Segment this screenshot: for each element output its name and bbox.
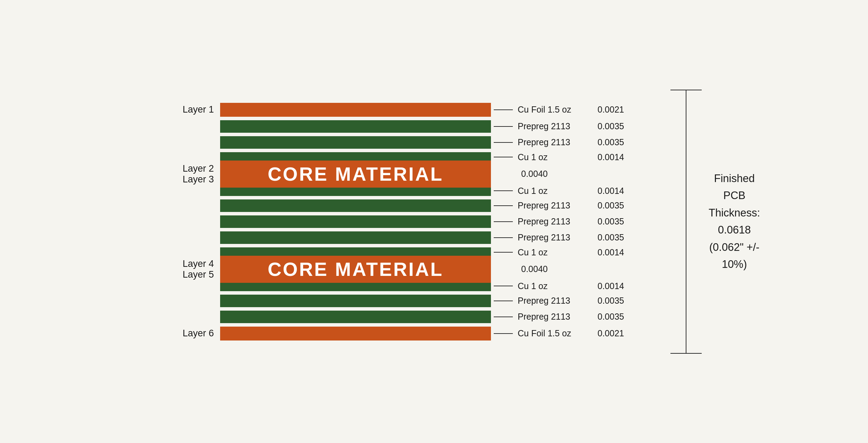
pcb-diagram: Layer 1 Cu Foil 1.5 oz 0.0021 Pr xyxy=(166,90,702,354)
core-1-ann-top-line xyxy=(494,157,513,157)
prepreg-2-value: 0.0035 xyxy=(598,137,629,147)
core-1-layer2-label: Layer 2 xyxy=(183,163,214,174)
layer-6-label: Layer 6 xyxy=(166,328,220,339)
layers-section: Layer 1 Cu Foil 1.5 oz 0.0021 Pr xyxy=(166,90,629,354)
prepreg-2-bar xyxy=(220,136,491,149)
prepreg-4-value: 0.0035 xyxy=(598,216,629,227)
layer-1-bar xyxy=(220,103,491,117)
core-2-block: CORE MATERIAL xyxy=(220,247,491,291)
prepreg-2-ann-line xyxy=(494,142,513,143)
prepreg-1-ann: Prepreg 2113 0.0035 xyxy=(494,121,629,131)
core-2-value-mid: 0.0040 xyxy=(521,264,552,274)
prepreg-1-bar-fill xyxy=(220,120,491,133)
layer-1-label: Layer 1 xyxy=(166,104,220,115)
core-1-value-mid: 0.0040 xyxy=(521,169,552,179)
dimension-section: Finished PCB Thickness: 0.0618 (0.062" +… xyxy=(670,90,702,354)
prepreg-3-ann: Prepreg 2113 0.0035 xyxy=(494,200,629,211)
core-2-label: Layer 4 Layer 5 xyxy=(166,247,220,291)
prepreg-5-row: Prepreg 2113 0.0035 xyxy=(166,231,629,244)
dimension-bottom-line xyxy=(670,353,702,354)
core-1-layer3-label: Layer 3 xyxy=(183,174,214,185)
core-1-annotation: Cu 1 oz 0.0014 0.0040 Cu 1 oz 0.0014 xyxy=(494,152,629,196)
prepreg-5-bar xyxy=(220,231,491,244)
core-1-ann-mid: 0.0040 xyxy=(494,169,629,179)
prepreg-4-row: Prepreg 2113 0.0035 xyxy=(166,215,629,228)
prepreg-3-material: Prepreg 2113 xyxy=(518,200,594,211)
prepreg-7-bar-fill xyxy=(220,311,491,323)
prepreg-1-row: Prepreg 2113 0.0035 xyxy=(166,120,629,133)
core-1-ann-top: Cu 1 oz 0.0014 xyxy=(494,152,629,162)
core-2-layer5-label: Layer 5 xyxy=(183,269,214,280)
core-1-stripe-top xyxy=(220,152,491,161)
prepreg-7-ann: Prepreg 2113 0.0035 xyxy=(494,312,629,322)
core-1-material-top: Cu 1 oz xyxy=(518,152,594,162)
prepreg-1-value: 0.0035 xyxy=(598,121,629,131)
prepreg-3-value: 0.0035 xyxy=(598,200,629,211)
prepreg-6-material: Prepreg 2113 xyxy=(518,296,594,306)
prepreg-3-row: Prepreg 2113 0.0035 xyxy=(166,199,629,212)
core-2-annotation: Cu 1 oz 0.0014 0.0040 Cu 1 oz 0.0014 xyxy=(494,247,629,291)
prepreg-3-bar-fill xyxy=(220,199,491,212)
core-2-stripe-top xyxy=(220,247,491,256)
core-1-value-bot: 0.0014 xyxy=(598,186,629,196)
prepreg-4-bar xyxy=(220,215,491,228)
dimension-vertical-line xyxy=(686,90,686,353)
prepreg-7-row: Prepreg 2113 0.0035 xyxy=(166,311,629,323)
core-1-ann-bot-line xyxy=(494,190,513,191)
core-2-material-top: Cu 1 oz xyxy=(518,247,594,257)
prepreg-1-bar xyxy=(220,120,491,133)
prepreg-6-ann: Prepreg 2113 0.0035 xyxy=(494,296,629,306)
core-1-value-top: 0.0014 xyxy=(598,152,629,162)
core-2-ann-top-line xyxy=(494,252,513,253)
layer-1-bar-fill xyxy=(220,103,491,117)
layer-6-ann: Cu Foil 1.5 oz 0.0021 xyxy=(494,328,629,338)
layer-6-bar xyxy=(220,327,491,341)
prepreg-6-bar xyxy=(220,295,491,307)
dimension-tolerance: (0.062" +/- 10%) xyxy=(709,239,760,273)
prepreg-2-material: Prepreg 2113 xyxy=(518,137,594,147)
core-1-label: Layer 2 Layer 3 xyxy=(166,152,220,196)
core-1-block: CORE MATERIAL xyxy=(220,152,491,196)
core-2-stripe-bot xyxy=(220,283,491,291)
prepreg-2-bar-fill xyxy=(220,136,491,149)
layer-6-value: 0.0021 xyxy=(598,328,629,338)
dimension-caption: Finished PCB Thickness: 0.0618 (0.062" +… xyxy=(709,170,760,273)
prepreg-7-value: 0.0035 xyxy=(598,312,629,322)
prepreg-6-bar-fill xyxy=(220,295,491,307)
core-2-material-bot: Cu 1 oz xyxy=(518,281,594,291)
prepreg-6-ann-line xyxy=(494,301,513,301)
core-2-value-bot: 0.0014 xyxy=(598,281,629,291)
core-1-text: CORE MATERIAL xyxy=(268,163,443,185)
core-2-ann-bot-line xyxy=(494,286,513,286)
main-container: Layer 1 Cu Foil 1.5 oz 0.0021 Pr xyxy=(0,0,868,443)
prepreg-6-value: 0.0035 xyxy=(598,296,629,306)
prepreg-2-ann: Prepreg 2113 0.0035 xyxy=(494,137,629,147)
dimension-title: Finished PCB xyxy=(709,170,760,204)
layer-1-ann: Cu Foil 1.5 oz 0.0021 xyxy=(494,105,629,115)
prepreg-4-material: Prepreg 2113 xyxy=(518,216,594,227)
prepreg-5-ann-line xyxy=(494,237,513,238)
prepreg-5-ann: Prepreg 2113 0.0035 xyxy=(494,232,629,243)
prepreg-3-bar xyxy=(220,199,491,212)
prepreg-7-material: Prepreg 2113 xyxy=(518,312,594,322)
layer-6-row: Layer 6 Cu Foil 1.5 oz 0.0021 xyxy=(166,327,629,341)
core-1-ann-bot: Cu 1 oz 0.0014 xyxy=(494,186,629,196)
layer-1-ann-line xyxy=(494,109,513,110)
core-1-material-bot: Cu 1 oz xyxy=(518,186,594,196)
dimension-thickness: Thickness: 0.0618 xyxy=(709,204,760,239)
layer-6-bar-fill xyxy=(220,327,491,341)
core-1-row: Layer 2 Layer 3 CORE MATERIAL Cu 1 oz 0.… xyxy=(166,152,629,196)
core-2-ann-top: Cu 1 oz 0.0014 xyxy=(494,247,629,257)
prepreg-5-value: 0.0035 xyxy=(598,232,629,243)
core-2-row: Layer 4 Layer 5 CORE MATERIAL Cu 1 oz 0.… xyxy=(166,247,629,291)
prepreg-2-row: Prepreg 2113 0.0035 xyxy=(166,136,629,149)
prepreg-7-bar xyxy=(220,311,491,323)
prepreg-4-ann: Prepreg 2113 0.0035 xyxy=(494,216,629,227)
prepreg-1-ann-line xyxy=(494,126,513,127)
core-1-stripe-bot xyxy=(220,188,491,196)
prepreg-3-ann-line xyxy=(494,205,513,206)
prepreg-4-bar-fill xyxy=(220,215,491,228)
prepreg-5-material: Prepreg 2113 xyxy=(518,232,594,243)
prepreg-5-bar-fill xyxy=(220,231,491,244)
layer-1-row: Layer 1 Cu Foil 1.5 oz 0.0021 xyxy=(166,103,629,117)
